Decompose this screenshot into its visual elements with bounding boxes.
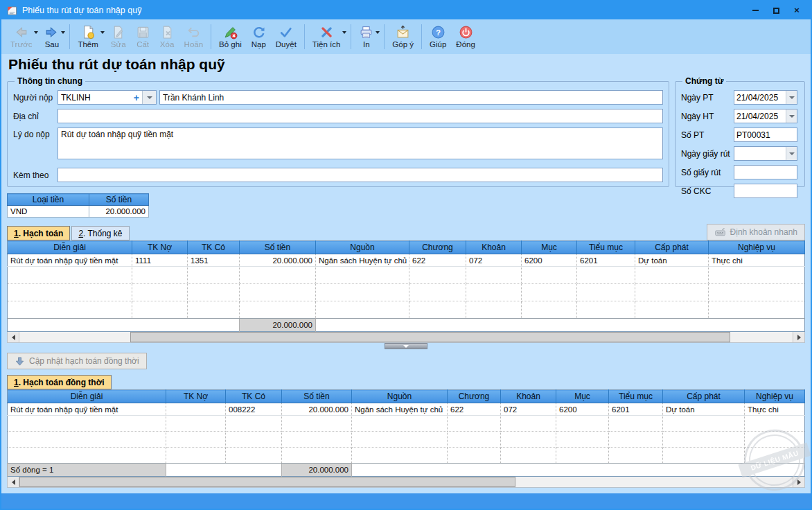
- grid-cell[interactable]: Dự toán: [635, 254, 709, 267]
- address-input[interactable]: [58, 109, 663, 123]
- grid-cell[interactable]: 20.000.000: [240, 254, 316, 267]
- ngay-pt-input[interactable]: [734, 93, 786, 103]
- date-dropdown-button[interactable]: [786, 91, 797, 104]
- minimize-button[interactable]: [751, 6, 759, 15]
- grid-cell[interactable]: [409, 301, 466, 319]
- grid-cell[interactable]: [132, 267, 188, 284]
- payer-code-combo[interactable]: +: [58, 90, 157, 105]
- grid-cell[interactable]: [166, 403, 226, 416]
- grid-cell[interactable]: 1111: [132, 254, 188, 267]
- grid-cell[interactable]: [226, 416, 282, 432]
- payer-add-button[interactable]: +: [131, 92, 142, 103]
- grid-cell[interactable]: [522, 284, 577, 301]
- scrollbar-thumb[interactable]: [19, 477, 515, 487]
- dropdown-caret-icon[interactable]: [376, 31, 380, 34]
- grid-cell[interactable]: [8, 284, 132, 301]
- grid-cell[interactable]: [522, 301, 577, 319]
- ngay-ht-field[interactable]: [734, 109, 797, 123]
- grid-cell[interactable]: [745, 432, 805, 448]
- grid-cell[interactable]: 6200: [556, 403, 609, 416]
- forward-button[interactable]: Sau: [39, 24, 64, 49]
- grid2-hscrollbar[interactable]: [7, 477, 805, 488]
- grid-cell[interactable]: [635, 301, 709, 319]
- ngay-giay-rut-field[interactable]: [734, 146, 797, 161]
- grid-cell[interactable]: [8, 448, 166, 464]
- so-ckc-input[interactable]: [734, 186, 797, 196]
- scrollbar-track[interactable]: [19, 332, 130, 342]
- attachment-input[interactable]: [58, 168, 663, 182]
- grid-cell[interactable]: [448, 416, 501, 432]
- grid-cell[interactable]: [745, 448, 805, 464]
- grid-cell[interactable]: 072: [466, 254, 522, 267]
- grid-cell[interactable]: [501, 448, 556, 464]
- tab-thong-ke[interactable]: 2. Thống kê: [71, 226, 129, 240]
- grid-cell[interactable]: 20.000.000: [282, 403, 352, 416]
- scrollbar-thumb[interactable]: [130, 332, 730, 342]
- grid-cell[interactable]: [282, 448, 352, 464]
- dropdown-caret-icon[interactable]: [342, 31, 346, 34]
- grid-cell[interactable]: [663, 432, 745, 448]
- grid-cell[interactable]: Thực chi: [745, 403, 805, 416]
- grid-cell[interactable]: [409, 284, 466, 301]
- grid-cell[interactable]: [188, 284, 240, 301]
- grid-cell[interactable]: [240, 301, 316, 319]
- grid-cell[interactable]: [709, 301, 805, 319]
- grid-cell[interactable]: [609, 448, 663, 464]
- grid-cell[interactable]: [522, 267, 577, 284]
- grid-cell[interactable]: 6200: [522, 254, 577, 267]
- grid-cell[interactable]: [188, 267, 240, 284]
- grid-cell[interactable]: [282, 416, 352, 432]
- ngay-giay-rut-input[interactable]: [734, 149, 786, 159]
- grid-cell[interactable]: [466, 267, 522, 284]
- dropdown-caret-icon[interactable]: [61, 31, 65, 34]
- grid-cell[interactable]: [466, 301, 522, 319]
- grid-cell[interactable]: [316, 301, 409, 319]
- grid-cell[interactable]: [240, 284, 316, 301]
- so-ckc-field[interactable]: [734, 184, 797, 198]
- grid-cell[interactable]: Ngân sách Huyện tự chủ: [316, 254, 409, 267]
- maximize-button[interactable]: [772, 6, 780, 15]
- scroll-left-button[interactable]: [8, 477, 19, 487]
- print-button[interactable]: In: [354, 24, 378, 49]
- so-pt-field[interactable]: [734, 128, 797, 142]
- grid-cell[interactable]: [501, 416, 556, 432]
- grid-cell[interactable]: [352, 448, 448, 464]
- scrollbar-track[interactable]: [730, 332, 793, 342]
- grid-cell[interactable]: [556, 448, 609, 464]
- grid-cell[interactable]: [166, 432, 226, 448]
- tab-hach-toan[interactable]: 1. Hạch toán: [7, 226, 70, 240]
- payer-combo-dropdown[interactable]: [142, 91, 156, 104]
- grid-cell[interactable]: [240, 267, 316, 284]
- grid-cell[interactable]: 622: [409, 254, 466, 267]
- refresh-button[interactable]: Nạp: [247, 24, 271, 49]
- grid-cell[interactable]: [188, 301, 240, 319]
- date-dropdown-button[interactable]: [786, 109, 797, 123]
- grid-cell[interactable]: [709, 267, 805, 284]
- utilities-button[interactable]: Tiện ích: [308, 24, 345, 49]
- power-button[interactable]: Đóng: [451, 24, 480, 49]
- so-pt-input[interactable]: [734, 130, 797, 140]
- payer-name-input[interactable]: [159, 90, 663, 105]
- grid-cell[interactable]: Thực chi: [709, 254, 805, 267]
- reason-textarea[interactable]: Rút dự toán nhập quỹ tiền mặt: [58, 128, 663, 159]
- grid-cell[interactable]: [448, 448, 501, 464]
- close-button[interactable]: ×: [793, 6, 801, 15]
- grid-cell[interactable]: 008222: [226, 403, 282, 416]
- dropdown-caret-icon[interactable]: [100, 31, 105, 34]
- grid-cell[interactable]: [501, 432, 556, 448]
- ngay-ht-input[interactable]: [734, 112, 786, 121]
- scroll-left-button[interactable]: [8, 332, 19, 342]
- grid-cell[interactable]: [8, 301, 132, 319]
- help-button[interactable]: ?Giúp: [425, 24, 451, 49]
- grid-cell[interactable]: [352, 416, 448, 432]
- approve-button[interactable]: Duyệt: [271, 24, 301, 49]
- grid-cell[interactable]: [577, 267, 635, 284]
- grid-cell[interactable]: [316, 284, 409, 301]
- payer-code-input[interactable]: [58, 93, 131, 103]
- grid-cell[interactable]: 072: [501, 403, 556, 416]
- grid-cell[interactable]: 6201: [577, 254, 635, 267]
- feedback-button[interactable]: Góp ý: [387, 24, 418, 49]
- grid-cell[interactable]: [8, 416, 166, 432]
- grid-cell[interactable]: Ngân sách Huyện tự chủ: [352, 403, 448, 416]
- grid-cell[interactable]: Rút dự toán nhập quỹ tiền mặt: [8, 403, 166, 416]
